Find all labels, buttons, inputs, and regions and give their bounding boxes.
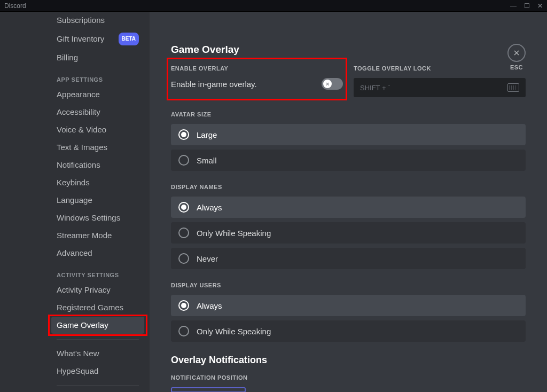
sidebar-item-label: Activity Privacy [57,285,111,295]
close-icon [507,44,526,62]
sidebar-item-voice-video[interactable]: Voice & Video [51,121,144,138]
radio-icon [178,228,189,238]
enable-overlay-label: Enable in-game overlay. [171,80,257,89]
sidebar-item-accessibility[interactable]: Accessibility [51,104,144,121]
sidebar-header-activity-settings: ACTIVITY SETTINGS [51,262,144,281]
radio-label: Small [197,156,217,165]
sidebar-header-app-settings: APP SETTINGS [51,67,144,86]
enable-overlay-toggle[interactable]: ✕ [322,78,343,90]
page-title: Game Overlay [171,44,526,56]
sidebar-item-appearance[interactable]: Appearance [51,86,144,103]
sidebar-item-label: Advanced [57,248,92,258]
toggle-overlay-lock-panel: TOGGLE OVERLAY LOCK SHIFT + ` [354,65,526,97]
sidebar-item-whats-new[interactable]: What's New [51,345,144,362]
sidebar-item-label: Language [57,195,92,206]
sidebar-item-label: Billing [57,52,78,63]
radio-icon [178,253,189,264]
display-names-radiogroup: Always Only While Speaking Never [171,197,526,269]
radio-icon [178,129,189,140]
display-names-option-always[interactable]: Always [171,197,526,218]
sidebar-item-label: Voice & Video [57,124,106,135]
avatar-size-radiogroup: Large Small [171,124,526,171]
sidebar-item-label: HypeSquad [57,366,98,377]
radio-label: Large [197,130,217,139]
sidebar-item-label: Windows Settings [57,213,120,223]
settings-sidebar: Subscriptions Gift Inventory BETA Billin… [0,12,150,392]
sidebar-item-language[interactable]: Language [51,192,144,209]
radio-label: Only While Speaking [197,229,271,238]
sidebar-item-label: Text & Images [57,142,107,153]
radio-label: Always [197,203,222,212]
display-names-option-never[interactable]: Never [171,248,526,269]
toggle-overlay-lock-header: TOGGLE OVERLAY LOCK [354,65,526,72]
sidebar-item-label: Notifications [57,160,100,170]
sidebar-item-label: Gift Inventory [57,34,104,44]
sidebar-item-notifications[interactable]: Notifications [51,156,144,174]
radio-icon [178,300,189,311]
sidebar-item-hypesquad[interactable]: HypeSquad [51,363,144,380]
toggle-knob-off-icon: ✕ [323,80,332,88]
radio-icon [178,155,189,166]
settings-content: Game Overlay ENABLE OVERLAY Enable in-ga… [150,12,547,392]
sidebar-item-subscriptions[interactable]: Subscriptions [51,12,144,29]
enable-overlay-panel: ENABLE OVERLAY Enable in-game overlay. ✕ [171,65,343,97]
close-button[interactable]: ✕ [537,2,543,10]
sidebar-divider [57,385,139,386]
minimize-button[interactable]: — [510,2,517,10]
sidebar-item-label: Streamer Mode [57,230,112,241]
sidebar-item-gift-inventory[interactable]: Gift Inventory BETA [51,29,144,49]
sidebar-item-text-images[interactable]: Text & Images [51,139,144,156]
notification-position-header: NOTIFICATION POSITION [171,374,526,381]
radio-label: Always [197,301,222,310]
radio-label: Never [197,254,218,263]
display-users-header: DISPLAY USERS [171,282,526,288]
sidebar-item-game-overlay[interactable]: Game Overlay [51,317,144,334]
app-name: Discord [4,2,26,10]
radio-icon [178,326,189,336]
radio-icon [178,202,189,213]
sidebar-item-label: Registered Games [57,302,123,313]
sidebar-item-label: Game Overlay [57,320,108,331]
sidebar-divider [57,339,139,340]
avatar-size-header: AVATAR SIZE [171,111,526,117]
avatar-size-option-large[interactable]: Large [171,124,526,145]
esc-label: ESC [507,64,526,70]
enable-overlay-header: ENABLE OVERLAY [171,65,343,72]
keyboard-icon [507,83,519,92]
sidebar-item-keybinds[interactable]: Keybinds [51,174,144,191]
keybind-value: SHIFT + ` [360,84,390,92]
sidebar-item-windows-settings[interactable]: Windows Settings [51,209,144,226]
sidebar-item-label: Subscriptions [57,15,105,26]
notification-position-selector[interactable] [171,387,246,392]
sidebar-item-label: Accessibility [57,107,100,117]
radio-label: Only While Speaking [197,327,271,336]
sidebar-item-label: Appearance [57,89,100,100]
display-users-option-speaking[interactable]: Only While Speaking [171,320,526,342]
overlay-lock-keybind-input[interactable]: SHIFT + ` [354,78,526,97]
sidebar-item-activity-privacy[interactable]: Activity Privacy [51,281,144,299]
maximize-button[interactable]: ☐ [524,2,530,10]
beta-badge: BETA [119,33,139,45]
close-settings-button[interactable]: ESC [507,44,526,70]
display-names-header: DISPLAY NAMES [171,184,526,190]
sidebar-item-label: What's New [57,348,99,359]
sidebar-item-streamer-mode[interactable]: Streamer Mode [51,227,144,244]
display-users-option-always[interactable]: Always [171,295,526,316]
avatar-size-option-small[interactable]: Small [171,150,526,171]
sidebar-item-advanced[interactable]: Advanced [51,245,144,262]
titlebar: Discord — ☐ ✕ [0,0,547,12]
sidebar-item-label: Keybinds [57,177,90,188]
sidebar-item-billing[interactable]: Billing [51,49,144,66]
display-users-radiogroup: Always Only While Speaking [171,295,526,342]
display-names-option-speaking[interactable]: Only While Speaking [171,222,526,244]
overlay-notifications-heading: Overlay Notifications [171,355,526,366]
sidebar-item-registered-games[interactable]: Registered Games [51,299,144,316]
window-controls: — ☐ ✕ [510,2,543,10]
